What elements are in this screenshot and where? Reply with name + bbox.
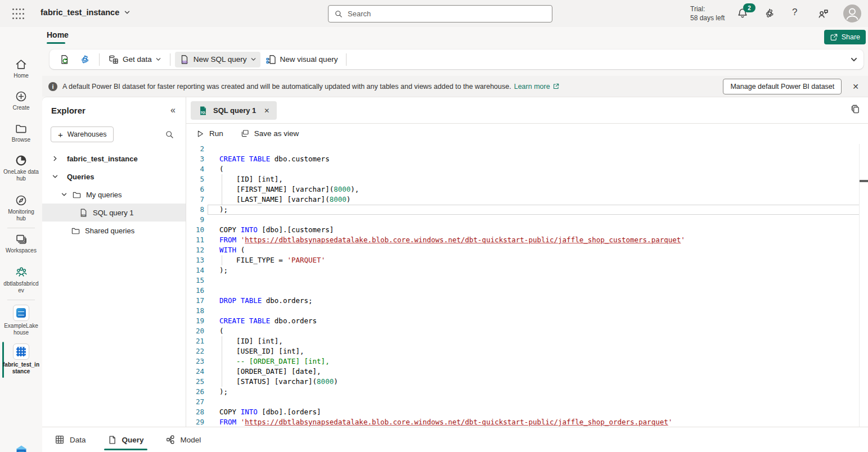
nav-monitoring-hub[interactable]: Monitoring hub bbox=[0, 194, 42, 222]
code-line-12[interactable]: WITH ( bbox=[208, 245, 860, 255]
toolbar-divider bbox=[346, 53, 347, 66]
avatar[interactable] bbox=[843, 4, 861, 22]
app-launcher-icon[interactable] bbox=[11, 7, 25, 20]
nav-workspace-dbtlabsfabricdev[interactable]: dbtlabsfabricdev bbox=[0, 265, 42, 294]
svg-text:SQL: SQL bbox=[201, 111, 206, 114]
nav-browse[interactable]: Browse bbox=[0, 122, 42, 143]
code-line-26[interactable]: ); bbox=[208, 387, 860, 397]
code-line-18[interactable] bbox=[208, 306, 860, 316]
settings-button[interactable] bbox=[763, 7, 777, 21]
code-line-14[interactable]: ); bbox=[208, 265, 860, 275]
query-toolbar: Run Save as view bbox=[186, 123, 868, 144]
copy-button[interactable] bbox=[850, 104, 861, 115]
code-line-25[interactable]: [STATUS] [varchar](8000) bbox=[208, 377, 860, 387]
query-panel: SQL SQL query 1 ✕ Run bbox=[186, 97, 868, 427]
query-doc-icon bbox=[107, 435, 117, 445]
nav-create[interactable]: Create bbox=[0, 90, 42, 111]
code-line-22[interactable]: [USER_ID] [int], bbox=[208, 346, 860, 356]
person-icon bbox=[843, 4, 861, 22]
collapse-explorer-icon[interactable]: « bbox=[170, 105, 176, 115]
nav-home[interactable]: Home bbox=[0, 58, 42, 79]
tab-query[interactable]: Query bbox=[107, 435, 144, 445]
workspace-switcher[interactable]: fabric_test_instance bbox=[41, 8, 131, 17]
code-line-15[interactable] bbox=[208, 275, 860, 286]
manage-default-dataset-button[interactable]: Manage default Power BI dataset bbox=[723, 79, 842, 94]
explorer-panel: Explorer « + Warehouses fabric_test_inst… bbox=[42, 97, 186, 427]
folder-icon bbox=[72, 190, 82, 200]
get-data-button[interactable]: Get data bbox=[104, 52, 165, 67]
new-sql-query-button[interactable]: SQL New SQL query bbox=[175, 52, 260, 67]
new-visual-query-icon bbox=[266, 54, 277, 65]
new-visual-query-button[interactable]: New visual query bbox=[262, 52, 342, 67]
sql-file-icon: SQL bbox=[79, 208, 88, 218]
tab-home[interactable]: Home bbox=[47, 30, 69, 39]
help-button[interactable]: ? bbox=[792, 7, 797, 18]
banner-close-icon[interactable]: ✕ bbox=[852, 82, 859, 91]
code-line-19[interactable]: CREATE TABLE dbo.orders bbox=[208, 316, 860, 326]
code-line-27[interactable] bbox=[208, 397, 860, 407]
code-line-23[interactable]: -- [ORDER_DATE] [int], bbox=[208, 356, 860, 367]
dataset-info-banner: i A default Power BI dataset for faster … bbox=[42, 76, 868, 97]
feedback-button[interactable] bbox=[817, 7, 830, 21]
share-button[interactable]: Share bbox=[824, 30, 866, 44]
tree-item-my-queries[interactable]: My queries bbox=[42, 186, 186, 204]
learn-more-link[interactable]: Learn more bbox=[514, 83, 560, 91]
tab-model[interactable]: Model bbox=[165, 435, 201, 445]
view-switcher-bar: Data Query Model bbox=[42, 427, 868, 452]
search-input[interactable]: Search bbox=[328, 5, 552, 22]
ribbon: Get data SQL New SQL query New bbox=[42, 46, 868, 76]
sql-code-editor[interactable]: 2345678910111213141516171819202122232425… bbox=[186, 144, 860, 427]
copy-icon bbox=[850, 104, 861, 115]
save-as-view-icon bbox=[240, 129, 250, 138]
code-line-4[interactable]: ( bbox=[208, 164, 860, 174]
nav-item-fabric-test-instance[interactable]: fabric_test_instance bbox=[0, 343, 42, 375]
tree-item-sql-query-1[interactable]: SQL SQL query 1 bbox=[42, 204, 186, 222]
new-warehouse-button[interactable]: + Warehouses bbox=[51, 126, 114, 142]
code-line-29[interactable]: FROM 'https://dbtlabsynapsedatalake.blob… bbox=[208, 417, 860, 427]
nav-workspaces[interactable]: Workspaces bbox=[0, 233, 42, 254]
save-as-view-button[interactable]: Save as view bbox=[240, 129, 299, 138]
chevron-right-icon bbox=[52, 155, 59, 162]
code-line-20[interactable]: ( bbox=[208, 326, 860, 336]
tree-item-warehouse[interactable]: fabric_test_instance bbox=[42, 150, 186, 168]
tree-item-shared-queries[interactable]: Shared queries bbox=[42, 222, 186, 239]
svg-text:SQL: SQL bbox=[82, 213, 87, 216]
code-line-5[interactable]: [ID] [int], bbox=[208, 174, 860, 184]
code-line-17[interactable]: DROP TABLE dbo.orders; bbox=[208, 296, 860, 306]
run-icon bbox=[196, 129, 205, 138]
tab-data[interactable]: Data bbox=[55, 435, 86, 445]
code-line-11[interactable]: FROM 'https://dbtlabsynapsedatalake.blob… bbox=[208, 235, 860, 245]
notifications-button[interactable]: 2 bbox=[736, 7, 750, 21]
editor-scrollbar[interactable] bbox=[859, 144, 868, 427]
toolbar-divider bbox=[99, 53, 100, 66]
settings-ribbon-button[interactable] bbox=[75, 52, 95, 67]
workspace-people-icon bbox=[15, 265, 28, 279]
close-tab-icon[interactable]: ✕ bbox=[264, 107, 269, 115]
refresh-button[interactable] bbox=[55, 52, 74, 67]
run-button[interactable]: Run bbox=[196, 129, 223, 138]
explorer-search-icon[interactable] bbox=[165, 130, 174, 139]
rail-divider bbox=[7, 300, 35, 300]
code-line-13[interactable]: FILE_TYPE = 'PARQUET' bbox=[208, 255, 860, 265]
code-line-28[interactable]: COPY INTO [dbo].[orders] bbox=[208, 407, 860, 417]
code-line-9[interactable] bbox=[208, 215, 860, 225]
ribbon-collapse-chevron-icon[interactable] bbox=[850, 56, 858, 64]
nav-data-warehouse[interactable]: Data Warehouse bbox=[0, 444, 42, 452]
chevron-down-icon bbox=[61, 191, 68, 198]
code-line-6[interactable]: [FIRST_NAME] [varchar](8000), bbox=[208, 184, 860, 195]
explorer-title: Explorer bbox=[51, 106, 86, 115]
code-line-21[interactable]: [ID] [int], bbox=[208, 336, 860, 346]
nav-item-examplelakehouse[interactable]: ExampleLakehouse bbox=[0, 305, 42, 336]
code-line-24[interactable]: [ORDER_DATE] [date], bbox=[208, 367, 860, 377]
code-line-10[interactable]: COPY INTO [dbo].[customers] bbox=[208, 225, 860, 235]
code-line-3[interactable]: CREATE TABLE dbo.customers bbox=[208, 154, 860, 164]
tab-sql-query-1[interactable]: SQL SQL query 1 ✕ bbox=[191, 101, 277, 120]
tree-item-queries[interactable]: Queries bbox=[42, 168, 186, 186]
code-line-16[interactable] bbox=[208, 286, 860, 296]
explorer-tree: fabric_test_instance Queries My queries … bbox=[42, 150, 186, 239]
nav-onelake-data-hub[interactable]: OneLake data hub bbox=[0, 154, 42, 182]
editor-code[interactable]: CREATE TABLE dbo.customers( [ID] [int], … bbox=[208, 144, 860, 427]
code-line-8[interactable]: ); bbox=[208, 205, 860, 215]
code-line-2[interactable] bbox=[208, 144, 860, 154]
code-line-7[interactable]: [LAST_NAME] [varchar](8000) bbox=[208, 195, 860, 205]
